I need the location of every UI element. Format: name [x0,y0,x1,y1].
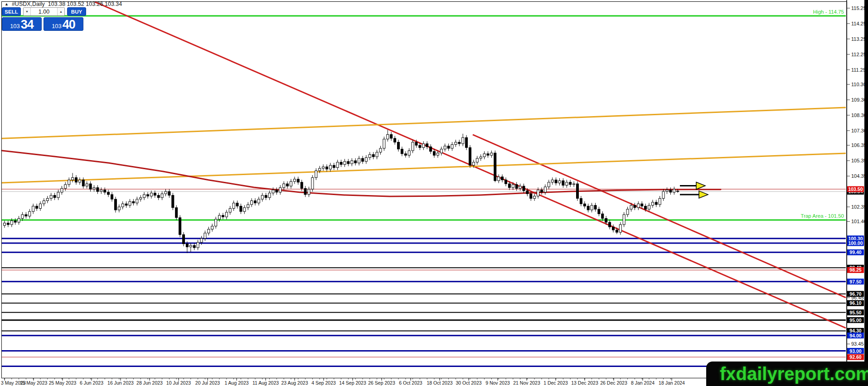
candle-body [336,162,339,168]
candle-body [408,151,410,155]
candle-body [179,218,181,235]
candle-body [433,151,436,155]
candle-body [598,209,600,214]
candle-body [562,181,564,185]
candle-body [376,152,378,157]
candle-body [32,206,34,211]
candle-body [21,215,24,218]
price-tick-label: 112.25 [851,52,866,57]
candle-body [243,208,246,211]
candle-body [673,189,675,192]
candle-body [648,205,650,209]
candle-body [118,207,120,210]
candle-body [558,181,561,183]
candle-body [344,161,346,165]
channel-upper-line[interactable] [473,135,846,298]
candle-body [301,182,303,189]
candle-body [669,190,672,192]
candle-body [651,202,654,205]
date-label: 16 Jun 2023 [107,380,134,386]
date-label: 28 Jun 2023 [136,380,163,386]
orange-lower-trendline[interactable] [2,153,846,183]
collapse-quote-panel-icon[interactable]: ▲ [5,1,9,7]
price-tick-label: 110.30 [851,82,866,87]
price-chart[interactable]: High - 114.75Trap Area - 101.50115.25114… [0,0,868,386]
candle-body [466,137,468,147]
candle-body [236,203,238,206]
candle-body [215,219,217,226]
candle-body [129,201,131,205]
candle-body [494,153,496,181]
candle-body [183,235,185,244]
candle-body [555,180,557,183]
candle-body [351,161,353,164]
volume-increase-icon[interactable]: ▲ [57,8,64,15]
candle-body [57,192,59,198]
price-tick-label: 115.25 [851,5,866,11]
sell-price-box[interactable]: 103 34 [2,17,42,31]
time-axis[interactable]: 3 May 202315 May 202325 May 20236 Jun 20… [1,378,685,386]
candle-body [268,193,271,198]
candle-body [544,187,546,192]
volume-input[interactable] [31,8,57,15]
volume-decrease-icon[interactable]: ▼ [24,8,31,15]
candle-body [254,201,257,203]
candle-body [172,195,174,208]
candle-body [125,204,127,205]
right-arrow-icon-2[interactable] [699,191,708,198]
buy-button[interactable]: BUY [67,7,86,16]
candle-body [36,206,38,208]
sell-price-small: 103 [10,22,20,30]
candle-body [100,190,102,191]
trendlines [2,2,846,328]
candle-body [197,242,199,248]
candle-body [200,239,203,242]
candle-body [666,190,668,191]
candle-body [601,214,604,218]
right-arrow-icon-1[interactable] [696,182,705,190]
candle-body [347,161,349,164]
sell-button[interactable]: SELL [2,7,21,16]
candle-body [315,171,317,177]
candle-body [447,146,450,148]
candle-body [505,180,507,184]
candle-body [261,195,263,199]
price-chip-label: 100.00 [848,240,863,246]
candle-body [422,144,425,147]
price-chip-label: 99.40 [849,249,861,255]
candle-body [82,180,84,186]
date-label: 23 Aug 2023 [281,380,308,386]
candle-body [369,155,371,158]
symbol-title: #USDX,Daily [12,1,45,7]
candle-body [619,225,621,232]
candle-body [655,202,657,205]
candle-body [612,227,615,230]
date-label: 1 Dec 2023 [543,380,568,386]
candle-body [537,190,539,196]
candle-body [240,206,242,211]
candle-body [304,188,306,195]
candle-body [50,195,52,199]
candle-body [419,145,421,147]
candle-body [365,157,367,161]
price-tick-label: 113.25 [851,36,866,42]
candle-body [583,204,586,206]
candle-body [93,188,95,189]
sell-price-big: 34 [21,19,34,30]
price-chip-label: 95.00 [849,318,861,323]
candle-body [362,158,364,161]
candle-body [311,178,314,189]
candle-body [609,222,611,227]
price-axis[interactable]: 115.25114.25113.25112.25111.25110.30109.… [847,5,867,360]
volume-stepper: ▼ ▲ [23,7,65,16]
candle-body [132,201,135,203]
orange-upper-trendline[interactable] [2,107,846,138]
candle-body [462,137,464,144]
candle-body [616,230,618,232]
moving-average-line[interactable] [2,151,721,196]
candle-body [189,245,192,247]
candle-body [436,153,439,155]
buy-price-box[interactable]: 103 40 [44,17,83,31]
candle-body [157,195,160,198]
candle-body [440,149,442,153]
